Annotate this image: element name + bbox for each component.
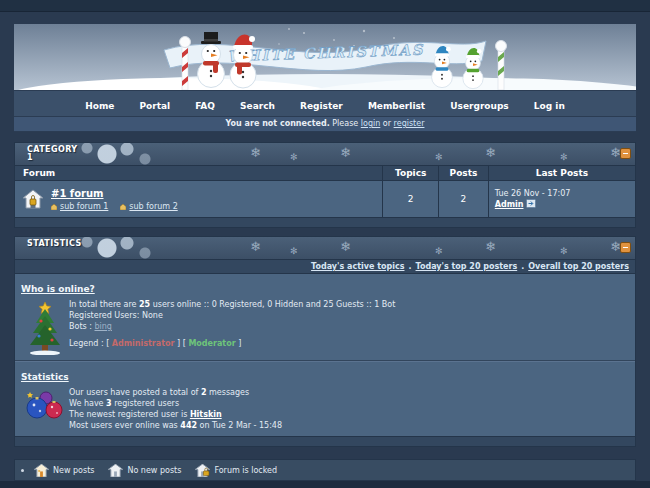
who-is-online-row: Who is online? xyxy=(15,274,635,297)
christmas-header-illustration: WHITE CHRISTMAS xyxy=(14,24,636,90)
forum-table-header-row: Forum Topics Posts Last Posts xyxy=(15,166,636,181)
column-forum: Forum xyxy=(15,166,383,181)
posted-suffix: messages xyxy=(209,388,249,397)
snowflake-icon: ❄ xyxy=(340,145,351,161)
record-suffix: on Tue 2 Mar - 15:48 xyxy=(200,421,282,430)
snowflake-icon: ❄ xyxy=(485,239,496,255)
legend-item-new-posts: New posts xyxy=(34,464,94,477)
record-count: 442 xyxy=(180,421,197,430)
subforum-link-2[interactable]: sub forum 2 xyxy=(129,202,177,211)
christmas-tree-icon xyxy=(21,299,69,355)
last-post-date: Tue 26 Nov - 17:07 xyxy=(495,188,629,199)
snowflake-icon: ✻ xyxy=(290,243,298,259)
subforum-bullet-icon xyxy=(120,204,126,210)
page-bottom-strip xyxy=(0,481,650,488)
legend-item-no-new-posts: No new posts xyxy=(108,464,181,477)
registered-users-line: Registered Users: None xyxy=(69,310,395,321)
page-top-strip xyxy=(0,0,650,12)
posted-prefix: Our users have posted a total of xyxy=(69,388,198,397)
register-link[interactable]: register xyxy=(394,119,425,128)
statistics-link[interactable]: Statistics xyxy=(21,372,69,382)
forum-link[interactable]: #1 forum xyxy=(51,188,104,199)
moderator-legend: Moderator xyxy=(188,339,235,348)
connect-status-bar: You are not connected. Please login or r… xyxy=(14,117,636,132)
who-is-online-content: In total there are 25 users online :: 0 … xyxy=(15,297,635,360)
snowflake-icon: ✻ xyxy=(435,149,443,165)
collapse-statistics-button[interactable] xyxy=(620,242,631,253)
active-topics-link[interactable]: Today's active topics xyxy=(311,262,404,271)
statistics-footer-band xyxy=(14,437,636,447)
column-topics: Topics xyxy=(383,166,439,181)
legend-new-posts-label: New posts xyxy=(53,466,94,475)
top-posters-today-link[interactable]: Today's top 20 posters xyxy=(416,262,518,271)
toolbar-separator: . xyxy=(521,262,524,271)
forum-locked-house-icon xyxy=(22,189,44,211)
last-post-author-link[interactable]: Admin xyxy=(495,200,524,209)
forum-wrapper: WHITE CHRISTMAS xyxy=(14,24,636,488)
minus-icon xyxy=(623,247,628,248)
house-new-posts-icon xyxy=(34,464,49,477)
category-footer-band xyxy=(14,218,636,228)
main-navigation: Home Portal FAQ Search Register Memberli… xyxy=(14,90,636,117)
snowflake-icon: ✻ xyxy=(435,243,443,259)
nav-faq[interactable]: FAQ xyxy=(195,101,215,111)
forum-cell: #1 forum sub forum 1sub forum 2 xyxy=(15,181,383,218)
top-posters-overall-link[interactable]: Overall top 20 posters xyxy=(528,262,629,271)
statistics-title: Statistics xyxy=(27,240,85,248)
members-suffix: registered users xyxy=(114,399,179,408)
legend-forum-locked-label: Forum is locked xyxy=(214,466,277,475)
statistics-text: Our users have posted a total of 2 messa… xyxy=(69,387,282,431)
total-users-suffix: users online :: 0 Registered, 0 Hidden a… xyxy=(153,300,396,309)
last-post-arrow-icon[interactable] xyxy=(526,199,536,208)
snowflake-icon: ✻ xyxy=(290,149,298,165)
nav-memberlist[interactable]: Memberlist xyxy=(368,101,425,111)
statistics-header-band: Statistics ❄ ✻ ❄ ✻ ❄ ✻ ❄ xyxy=(14,236,636,259)
header-banner: WHITE CHRISTMAS xyxy=(14,24,636,90)
bracket: ] xyxy=(238,339,241,348)
nav-login[interactable]: Log in xyxy=(534,101,565,111)
column-last-posts: Last Posts xyxy=(488,166,635,181)
statistics-section: Statistics ❄ ✻ ❄ ✻ ❄ ✻ ❄ Today's active … xyxy=(14,236,636,447)
nav-register[interactable]: Register xyxy=(300,101,343,111)
snowflake-icon: ❄ xyxy=(250,145,261,161)
nav-search[interactable]: Search xyxy=(240,101,275,111)
connect-status-text: You are not connected. xyxy=(226,119,330,128)
total-users-prefix: In total there are xyxy=(69,300,136,309)
members-prefix: We have xyxy=(69,399,104,408)
statistics-row: Statistics xyxy=(15,362,635,385)
statistics-content: Our users have posted a total of 2 messa… xyxy=(15,385,635,436)
subforum-bullet-icon xyxy=(51,204,57,210)
bracket: [ xyxy=(106,339,109,348)
statistics-toolbar: Today's active topics.Today's top 20 pos… xyxy=(14,259,636,274)
legend-label: Legend : xyxy=(69,339,104,348)
statistics-body: Who is online? xyxy=(14,274,636,437)
bracket: [ xyxy=(183,339,186,348)
category-section: Category 1 ❄ ✻ ❄ ✻ ❄ ✻ ❄ Forum Topics Po… xyxy=(14,142,636,228)
administrator-legend: Administrator xyxy=(112,339,175,348)
snowflake-icon: ❄ xyxy=(340,239,351,255)
bot-link[interactable]: bing xyxy=(94,322,111,331)
nav-home[interactable]: Home xyxy=(85,101,114,111)
who-is-online-link[interactable]: Who is online? xyxy=(21,284,95,294)
posts-count: 2 xyxy=(439,181,489,218)
topics-count: 2 xyxy=(383,181,439,218)
last-post-cell: Tue 26 Nov - 17:07 Admin xyxy=(488,181,635,218)
subforum-list: sub forum 1sub forum 2 xyxy=(21,202,376,211)
toolbar-separator: . xyxy=(408,262,411,271)
house-locked-icon xyxy=(195,464,210,477)
forum-page: { "header": { "banner_text": "WHITE CHRI… xyxy=(0,0,650,488)
legend-no-new-posts-label: No new posts xyxy=(127,466,181,475)
collapse-category-button[interactable] xyxy=(620,148,631,159)
nav-portal[interactable]: Portal xyxy=(139,101,170,111)
column-posts: Posts xyxy=(439,166,489,181)
who-is-online-text: In total there are 25 users online :: 0 … xyxy=(69,299,395,355)
nav-usergroups[interactable]: Usergroups xyxy=(450,101,508,111)
baubles-icon xyxy=(21,387,69,431)
subforum-link-1[interactable]: sub forum 1 xyxy=(60,202,108,211)
newest-user-link[interactable]: Hitskin xyxy=(190,410,222,419)
login-link[interactable]: login xyxy=(361,119,381,128)
bots-label: Bots : xyxy=(69,322,92,331)
snowflake-icon: ✻ xyxy=(560,149,568,165)
snowflake-icon: ❄ xyxy=(250,239,261,255)
house-no-new-posts-icon xyxy=(108,464,123,477)
